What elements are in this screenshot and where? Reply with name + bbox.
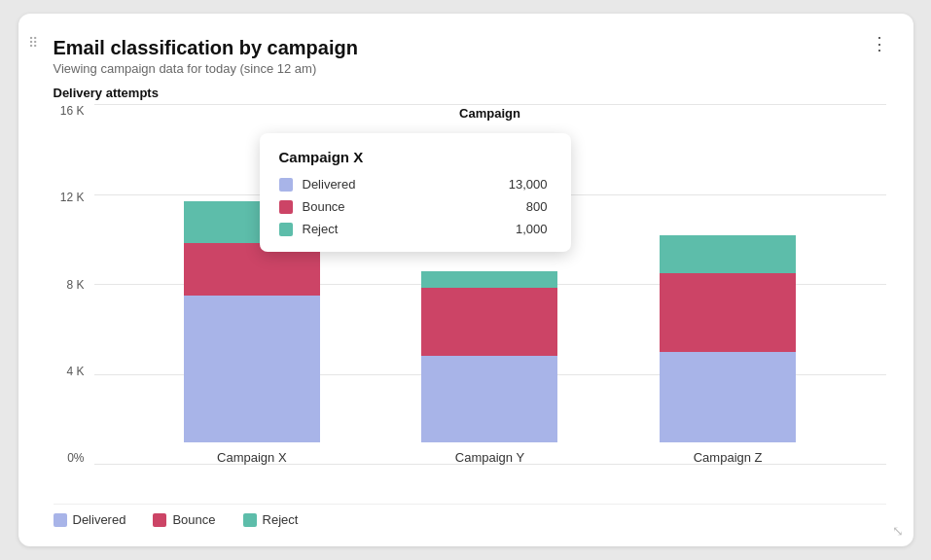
bar-stack-2[interactable] [660, 235, 796, 442]
legend: DeliveredBounceReject [54, 504, 886, 527]
chart-card: ⠿ Email classification by campaign Viewi… [18, 14, 913, 546]
legend-item-reject: Reject [243, 512, 299, 527]
legend-label-delivered: Delivered [73, 512, 126, 527]
bar-segment-delivered [184, 296, 320, 442]
y-tick-0: 0% [67, 451, 84, 465]
bar-group-campaign-x[interactable]: Campaign X [184, 201, 320, 465]
y-tick-16k: 16 K [60, 104, 85, 118]
bar-segment-delivered [660, 352, 796, 442]
bar-segment-bounce [421, 288, 557, 356]
card-title: Email classification by campaign [54, 37, 886, 59]
resize-handle-icon[interactable]: ⤡ [892, 523, 904, 539]
chart-area: 16 K 12 K 8 K 4 K 0% Campaign XCampaign … [46, 104, 886, 494]
card-subtitle: Viewing campaign data for today (since 1… [54, 61, 886, 76]
bar-label-0: Campaign X [217, 450, 287, 465]
legend-label-reject: Reject [263, 512, 299, 527]
legend-swatch-reject [243, 513, 257, 527]
legend-swatch-delivered [54, 513, 67, 527]
bar-group-campaign-z[interactable]: Campaign Z [660, 235, 796, 465]
bar-segment-bounce [660, 273, 796, 352]
bar-segment-reject [660, 235, 796, 273]
chart-inner: Campaign XCampaign YCampaign Z Campaign … [94, 104, 886, 494]
y-tick-8k: 8 K [66, 278, 84, 292]
bar-group-campaign-y[interactable]: Campaign Y [421, 271, 557, 465]
bars-container: Campaign XCampaign YCampaign Z [94, 104, 886, 465]
more-options-button[interactable]: ⋮ [865, 33, 894, 54]
y-tick-12k: 12 K [60, 191, 85, 204]
bar-segment-reject [421, 271, 557, 288]
bar-label-2: Campaign Z [694, 450, 763, 465]
bar-stack-1[interactable] [421, 271, 557, 442]
chart-section: Delivery attempts 16 K 12 K 8 K 4 K 0% [46, 86, 886, 527]
legend-swatch-bounce [153, 513, 166, 527]
bar-segment-delivered [421, 356, 557, 442]
bar-segment-reject [184, 201, 320, 243]
y-axis: 16 K 12 K 8 K 4 K 0% [46, 104, 94, 494]
legend-label-bounce: Bounce [172, 512, 215, 527]
bar-stack-0[interactable] [184, 201, 320, 442]
legend-item-bounce: Bounce [153, 512, 215, 527]
legend-item-delivered: Delivered [54, 512, 126, 527]
bar-label-1: Campaign Y [455, 450, 524, 465]
y-axis-label: Delivery attempts [54, 86, 886, 100]
bar-segment-bounce [184, 243, 320, 296]
card-header: Email classification by campaign Viewing… [54, 37, 886, 76]
drag-handle-icon[interactable]: ⠿ [28, 35, 38, 51]
y-tick-4k: 4 K [66, 365, 84, 378]
